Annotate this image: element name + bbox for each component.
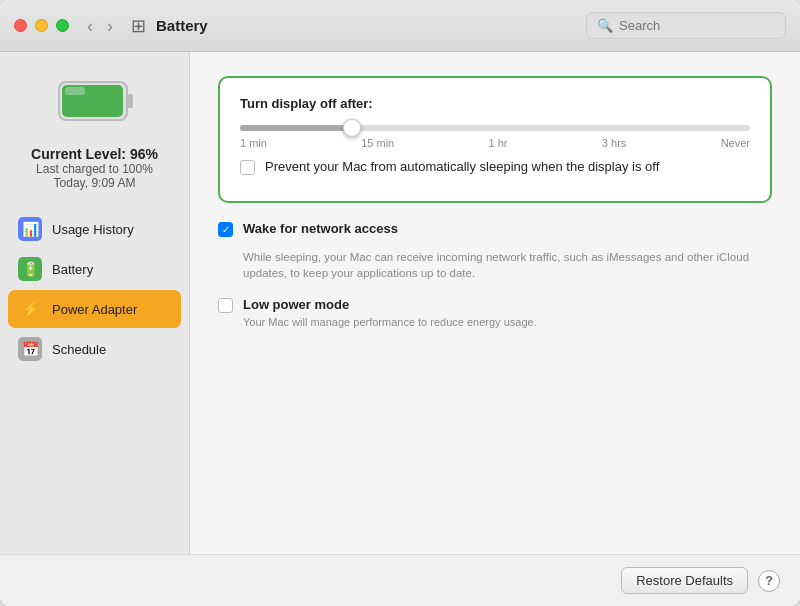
main-panel: Turn display off after: 1 min 15 min 1 h… bbox=[190, 52, 800, 554]
sidebar-item-label-schedule: Schedule bbox=[52, 342, 106, 357]
svg-rect-3 bbox=[65, 87, 85, 95]
sidebar-item-battery[interactable]: 🔋 Battery bbox=[8, 250, 181, 288]
content: Current Level: 96% Last charged to 100% … bbox=[0, 52, 800, 554]
wake-network-row: ✓ Wake for network access bbox=[218, 221, 772, 237]
forward-button[interactable]: › bbox=[103, 15, 117, 37]
low-power-block: Low power mode Your Mac will manage perf… bbox=[218, 297, 772, 330]
prevent-sleep-row: Prevent your Mac from automatically slee… bbox=[240, 159, 750, 175]
battery-time-text: Today, 9:09 AM bbox=[31, 176, 158, 190]
display-off-slider-container: 1 min 15 min 1 hr 3 hrs Never bbox=[240, 125, 750, 149]
window: ‹ › ⊞ Battery 🔍 bbox=[0, 0, 800, 606]
usage-history-icon: 📊 bbox=[18, 217, 42, 241]
slider-track bbox=[240, 125, 750, 131]
traffic-lights bbox=[14, 19, 69, 32]
battery-info: Current Level: 96% Last charged to 100% … bbox=[31, 146, 158, 190]
sidebar: Current Level: 96% Last charged to 100% … bbox=[0, 52, 190, 554]
slider-label-1min: 1 min bbox=[240, 137, 267, 149]
restore-defaults-button[interactable]: Restore Defaults bbox=[621, 567, 748, 594]
wake-network-description: While sleeping, your Mac can receive inc… bbox=[243, 249, 772, 281]
sidebar-item-usage-history[interactable]: 📊 Usage History bbox=[8, 210, 181, 248]
battery-charged-text: Last charged to 100% bbox=[31, 162, 158, 176]
low-power-row: Low power mode Your Mac will manage perf… bbox=[218, 297, 772, 330]
maximize-button[interactable] bbox=[56, 19, 69, 32]
wake-network-block: ✓ Wake for network access While sleeping… bbox=[218, 221, 772, 281]
slider-fill bbox=[240, 125, 352, 131]
search-bar[interactable]: 🔍 bbox=[586, 12, 786, 39]
schedule-icon: 📅 bbox=[18, 337, 42, 361]
sidebar-item-power-adapter[interactable]: ⚡ Power Adapter bbox=[8, 290, 181, 328]
search-input[interactable] bbox=[619, 18, 775, 33]
low-power-description: Your Mac will manage performance to redu… bbox=[243, 315, 537, 330]
close-button[interactable] bbox=[14, 19, 27, 32]
titlebar: ‹ › ⊞ Battery 🔍 bbox=[0, 0, 800, 52]
sidebar-nav: 📊 Usage History 🔋 Battery ⚡ Power Adapte… bbox=[0, 210, 189, 370]
slider-labels: 1 min 15 min 1 hr 3 hrs Never bbox=[240, 137, 750, 149]
sidebar-item-label-power: Power Adapter bbox=[52, 302, 137, 317]
sidebar-item-label-battery: Battery bbox=[52, 262, 93, 277]
prevent-sleep-checkbox[interactable] bbox=[240, 160, 255, 175]
window-title: Battery bbox=[156, 17, 586, 34]
back-button[interactable]: ‹ bbox=[83, 15, 97, 37]
slider-thumb[interactable] bbox=[343, 119, 361, 137]
slider-label-3hrs: 3 hrs bbox=[602, 137, 626, 149]
slider-label-15min: 15 min bbox=[361, 137, 394, 149]
wake-network-label: Wake for network access bbox=[243, 221, 398, 236]
grid-icon[interactable]: ⊞ bbox=[131, 15, 146, 37]
slider-label-never: Never bbox=[721, 137, 750, 149]
minimize-button[interactable] bbox=[35, 19, 48, 32]
battery-graphic bbox=[55, 72, 135, 132]
sidebar-item-schedule[interactable]: 📅 Schedule bbox=[8, 330, 181, 368]
low-power-checkbox[interactable] bbox=[218, 298, 233, 313]
power-adapter-icon: ⚡ bbox=[18, 297, 42, 321]
nav-buttons: ‹ › bbox=[83, 15, 117, 37]
card-title: Turn display off after: bbox=[240, 96, 750, 111]
low-power-label: Low power mode bbox=[243, 297, 537, 312]
battery-icon-container bbox=[55, 72, 135, 132]
battery-nav-icon: 🔋 bbox=[18, 257, 42, 281]
search-icon: 🔍 bbox=[597, 18, 613, 33]
svg-rect-1 bbox=[127, 94, 133, 108]
display-settings-card: Turn display off after: 1 min 15 min 1 h… bbox=[218, 76, 772, 203]
sidebar-item-label-usage: Usage History bbox=[52, 222, 134, 237]
slider-label-1hr: 1 hr bbox=[489, 137, 508, 149]
help-button[interactable]: ? bbox=[758, 570, 780, 592]
prevent-sleep-label: Prevent your Mac from automatically slee… bbox=[265, 159, 659, 174]
bottom-bar: Restore Defaults ? bbox=[0, 554, 800, 606]
battery-level-text: Current Level: 96% bbox=[31, 146, 158, 162]
wake-network-checkbox[interactable]: ✓ bbox=[218, 222, 233, 237]
